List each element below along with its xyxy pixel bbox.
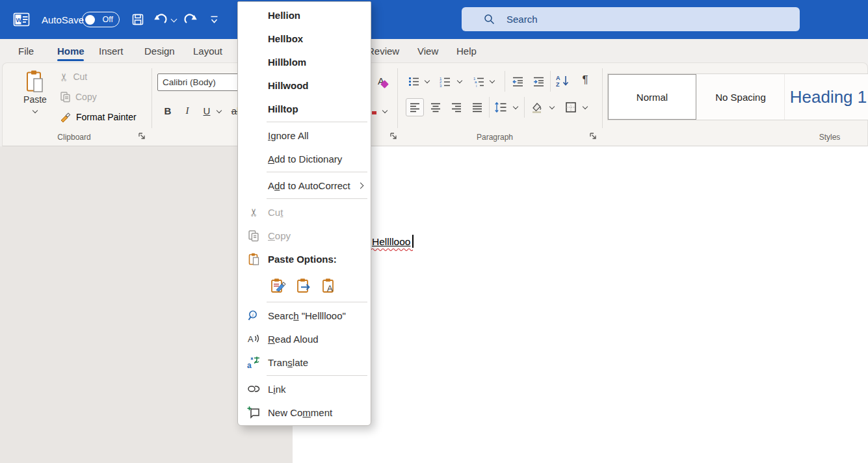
- bullets-chevron-icon[interactable]: [425, 78, 430, 83]
- autosave-label: AutoSave: [42, 0, 84, 39]
- paragraph-dialog-launcher-icon[interactable]: [588, 131, 598, 140]
- autosave-toggle[interactable]: Off: [82, 12, 120, 27]
- tab-view[interactable]: View: [417, 39, 438, 62]
- suggestion-item[interactable]: Hellbox: [238, 27, 371, 50]
- multilevel-list-button[interactable]: 1ai: [471, 73, 486, 89]
- underline-dropdown-chevron-icon[interactable]: [217, 108, 222, 113]
- word-app-icon[interactable]: W: [13, 11, 30, 28]
- link-icon: [246, 384, 261, 393]
- copy-icon: [246, 230, 261, 242]
- menu-item-ignore-all[interactable]: Ignore All: [238, 124, 371, 147]
- line-spacing-chevron-icon[interactable]: [513, 104, 518, 109]
- divider: [505, 71, 505, 92]
- font-dialog-launcher-icon[interactable]: [389, 131, 398, 140]
- ribbon: Paste ✂ Cut Copy Format Painter Clipboar…: [2, 62, 868, 146]
- search-input[interactable]: Search: [462, 7, 800, 31]
- document-text[interactable]: Hellllooo: [372, 236, 410, 248]
- suggestion-item[interactable]: Hillblom: [238, 50, 371, 73]
- menu-separator: [267, 198, 367, 199]
- save-icon[interactable]: [131, 13, 144, 26]
- redo-icon[interactable]: [183, 12, 198, 27]
- sort-button[interactable]: A Z: [554, 73, 573, 88]
- tab-review[interactable]: Review: [367, 39, 399, 62]
- quick-access-more-icon[interactable]: [209, 14, 219, 25]
- multilevel-chevron-icon[interactable]: [490, 78, 495, 83]
- format-painter-button[interactable]: Format Painter: [60, 109, 137, 126]
- bullets-button[interactable]: [406, 73, 421, 89]
- shading-chevron-icon[interactable]: [549, 104, 555, 109]
- bold-button[interactable]: B: [160, 102, 176, 119]
- menu-item-link[interactable]: Link: [238, 377, 371, 401]
- format-painter-icon: [60, 111, 72, 123]
- suggestion-item[interactable]: Hilltop: [238, 97, 371, 120]
- svg-text:A: A: [556, 75, 560, 81]
- menu-item-search[interactable]: i Search "Hellllooo": [238, 304, 371, 327]
- underline-button[interactable]: U: [199, 102, 215, 119]
- tab-insert[interactable]: Insert: [99, 39, 124, 62]
- group-divider: [151, 68, 152, 128]
- menu-item-read-aloud[interactable]: A Read Aloud: [238, 327, 371, 351]
- paste-icon: [25, 70, 45, 94]
- text-caret: [412, 235, 414, 248]
- tab-help[interactable]: Help: [456, 39, 477, 62]
- pilcrow-button[interactable]: ¶: [577, 72, 593, 88]
- undo-dropdown-chevron-icon[interactable]: [171, 16, 178, 23]
- autosave-state: Off: [103, 15, 113, 24]
- align-center-button[interactable]: [428, 99, 443, 115]
- paste-button[interactable]: Paste: [20, 70, 51, 129]
- borders-chevron-icon[interactable]: [583, 104, 588, 109]
- paste-merge-formatting-button[interactable]: [295, 276, 313, 295]
- copy-button: Copy: [60, 88, 97, 105]
- menu-item-add-to-autocorrect[interactable]: Add to AutoCorrect: [238, 174, 371, 197]
- svg-text:A: A: [248, 334, 254, 344]
- increase-indent-button[interactable]: [531, 73, 546, 89]
- scissors-icon: ✂: [58, 72, 70, 81]
- line-spacing-button[interactable]: [493, 99, 508, 115]
- suggestion-item[interactable]: Hillwood: [238, 73, 371, 97]
- copy-icon: [60, 91, 71, 103]
- toggle-knob: [85, 15, 95, 25]
- styles-group-label: Styles: [797, 133, 862, 142]
- svg-text:a: a: [247, 361, 252, 369]
- menu-item-add-to-dictionary[interactable]: Add to Dictionary: [238, 147, 371, 170]
- style-heading-1[interactable]: Heading 1: [785, 74, 868, 120]
- decrease-indent-button[interactable]: [510, 73, 525, 89]
- align-right-button[interactable]: [449, 99, 464, 115]
- svg-text:A: A: [327, 284, 333, 293]
- menu-item-new-comment[interactable]: New Comment: [238, 401, 371, 424]
- styles-gallery: Normal No Spacing Heading 1: [607, 73, 868, 120]
- borders-button[interactable]: [563, 99, 579, 115]
- menu-separator: [267, 302, 367, 302]
- font-color-swatch: [372, 111, 376, 114]
- tab-design[interactable]: Design: [144, 39, 175, 62]
- clipboard-group-label: Clipboard: [42, 133, 107, 142]
- menu-separator: [267, 122, 367, 122]
- font-name-combobox[interactable]: Calibri (Body): [157, 73, 242, 91]
- svg-text:i: i: [476, 83, 477, 87]
- style-no-spacing[interactable]: No Spacing: [697, 74, 785, 120]
- undo-icon[interactable]: [153, 12, 168, 27]
- clear-formatting-button[interactable]: A: [373, 72, 389, 89]
- justify-button[interactable]: [469, 99, 485, 115]
- menu-item-translate[interactable]: a Translate: [238, 351, 371, 374]
- font-color-chevron-icon[interactable]: [382, 108, 388, 113]
- numbering-button[interactable]: 123: [437, 73, 453, 89]
- clipboard-dialog-launcher-icon[interactable]: [137, 131, 146, 140]
- numbering-chevron-icon[interactable]: [457, 78, 462, 83]
- paste-keep-source-formatting-button[interactable]: [269, 276, 287, 295]
- clipboard-icon: [246, 252, 261, 266]
- menu-item-cut: ✂ Cut: [238, 200, 371, 224]
- shading-button[interactable]: [529, 99, 545, 115]
- svg-text:W: W: [16, 16, 21, 23]
- style-normal[interactable]: Normal: [608, 74, 696, 120]
- svg-text:i: i: [252, 311, 253, 317]
- document-page[interactable]: [293, 146, 868, 463]
- suggestion-item[interactable]: Hellion: [238, 3, 371, 27]
- paste-keep-text-only-button[interactable]: A: [320, 276, 338, 295]
- tab-layout[interactable]: Layout: [193, 39, 222, 62]
- group-divider: [602, 68, 603, 128]
- align-left-button[interactable]: [406, 98, 424, 116]
- italic-button[interactable]: I: [179, 102, 195, 119]
- tab-file[interactable]: File: [18, 39, 34, 62]
- spellcheck-squiggle: [371, 248, 413, 251]
